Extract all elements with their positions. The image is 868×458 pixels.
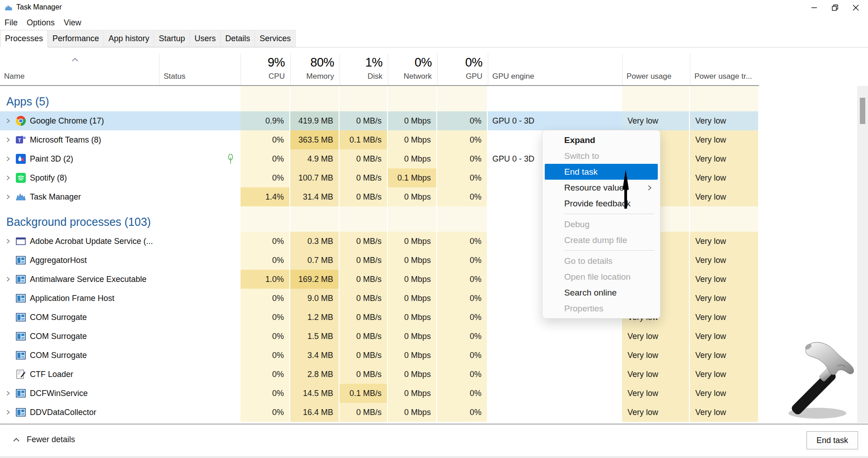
window-icon <box>15 255 26 266</box>
memory-value: 14.5 MB <box>290 384 340 403</box>
disk-value: 0 MB/s <box>340 111 388 130</box>
network-value: 0.1 Mbps <box>388 168 437 187</box>
process-group-header[interactable]: Apps (5) <box>0 86 759 111</box>
power-usage-trend-value: Very low <box>690 232 759 251</box>
expand-chevron-icon[interactable] <box>5 238 11 244</box>
menu-item-label: Search online <box>564 288 617 298</box>
context-menu-item-open-file-location: Open file location <box>545 269 658 285</box>
column-header-power-usage[interactable]: Power usage <box>622 53 690 85</box>
tab-app-history[interactable]: App history <box>104 30 154 47</box>
network-value: 0 Mbps <box>388 289 437 308</box>
network-value: 0 Mbps <box>388 403 437 422</box>
expand-chevron-icon[interactable] <box>5 137 11 143</box>
column-label: CPU <box>269 72 285 81</box>
menu-item-label: Create dump file <box>564 235 627 245</box>
tab-services[interactable]: Services <box>255 30 296 47</box>
end-task-button-label: End task <box>816 436 848 445</box>
expand-chevron-icon[interactable] <box>5 194 11 200</box>
context-menu-item-end-task[interactable]: End task <box>545 164 658 180</box>
cpu-value: 0% <box>241 130 290 149</box>
power-usage-trend-value: Very low <box>690 327 759 346</box>
expand-chevron-icon[interactable] <box>5 156 11 162</box>
power-usage-value: Very low <box>622 111 690 130</box>
expand-chevron-icon[interactable] <box>5 409 11 415</box>
end-task-button[interactable]: End task <box>807 431 858 449</box>
context-menu-item-go-to-details: Go to details <box>545 253 658 269</box>
memory-value: 169.2 MB <box>290 270 340 289</box>
cpu-value: 0% <box>241 168 290 187</box>
disk-value: 0 MB/s <box>340 346 388 365</box>
menu-item-label: Go to details <box>564 256 613 266</box>
tab-users[interactable]: Users <box>190 30 221 47</box>
column-header-network[interactable]: 0% Network <box>388 53 437 85</box>
disk-value: 0 MB/s <box>340 187 388 206</box>
vertical-scrollbar[interactable] <box>857 86 868 423</box>
tab-performance[interactable]: Performance <box>48 30 104 47</box>
network-value: 0 Mbps <box>388 308 437 327</box>
expand-chevron-icon[interactable] <box>5 390 11 396</box>
footer-bar: Fewer details End task <box>0 424 868 458</box>
gpu-value: 0% <box>437 111 488 130</box>
column-header-status[interactable]: Status <box>159 53 241 85</box>
gpu-engine-value <box>488 403 622 422</box>
column-header-cpu[interactable]: 9% CPU <box>241 53 290 85</box>
power-usage-trend-value: Very low <box>690 365 759 384</box>
context-menu-item-provide-feedback[interactable]: Provide feedback <box>545 196 658 211</box>
collapse-chevron-icon <box>13 435 20 444</box>
column-header-power-usage-trend[interactable]: Power usage tr... <box>690 53 759 85</box>
network-value: 0 Mbps <box>388 270 437 289</box>
context-menu-item-search-online[interactable]: Search online <box>545 285 658 301</box>
tab-details[interactable]: Details <box>221 30 255 47</box>
gpu-value: 0% <box>437 270 488 289</box>
power-usage-value: Very low <box>622 403 690 422</box>
cpu-value: 0% <box>241 149 290 168</box>
menu-item-label: Open file location <box>564 272 631 282</box>
column-header-name[interactable]: Name <box>0 53 159 85</box>
disk-value: 0 MB/s <box>340 251 388 270</box>
process-row[interactable]: COM Surrogate0%3.4 MB0 MB/s0 Mbps0%Very … <box>0 346 759 365</box>
column-header-disk[interactable]: 1% Disk <box>340 53 388 85</box>
tab-startup[interactable]: Startup <box>154 30 190 47</box>
process-row[interactable]: Google Chrome (17)0.9%419.9 MB0 MB/s0 Mb… <box>0 111 759 130</box>
expand-chevron-icon[interactable] <box>5 175 11 181</box>
menu-options[interactable]: Options <box>22 17 59 29</box>
expand-chevron-icon[interactable] <box>5 276 11 282</box>
window-icon <box>15 293 26 304</box>
expand-chevron-icon[interactable] <box>5 118 11 124</box>
context-menu-item-debug: Debug <box>545 216 658 232</box>
close-button[interactable] <box>845 0 866 15</box>
fewer-details-toggle[interactable]: Fewer details <box>13 435 75 444</box>
menu-view[interactable]: View <box>59 17 86 29</box>
process-row[interactable]: DDVDataCollector0%16.4 MB0 MB/s0 Mbps0%V… <box>0 403 759 422</box>
restore-button[interactable] <box>825 0 845 15</box>
power-usage-trend-value: Very low <box>690 384 759 403</box>
gpu-engine-value <box>488 346 622 365</box>
disk-value: 0 MB/s <box>340 232 388 251</box>
network-value: 0 Mbps <box>388 346 437 365</box>
column-label: Power usage <box>627 72 671 81</box>
power-usage-trend-value: Very low <box>690 187 759 206</box>
paint3d-icon <box>15 153 26 164</box>
memory-total-percent: 80% <box>310 56 334 70</box>
gpu-value: 0% <box>437 232 488 251</box>
tab-strip: ProcessesPerformanceApp historyStartupUs… <box>0 30 868 48</box>
tab-processes[interactable]: Processes <box>0 30 48 48</box>
process-row[interactable]: COM Surrogate0%1.5 MB0 MB/s0 Mbps0%Very … <box>0 327 759 346</box>
ctf-icon <box>15 369 26 380</box>
gpu-value: 0% <box>437 384 488 403</box>
gpu-value: 0% <box>437 327 488 346</box>
column-label: Power usage tr... <box>694 72 752 81</box>
taskmgr-icon <box>15 191 26 202</box>
menu-file[interactable]: File <box>0 17 22 29</box>
column-header-gpu-engine[interactable]: GPU engine <box>488 53 622 85</box>
process-row[interactable]: DCFWinService0%14.5 MB0.1 MB/s0 Mbps0%Ve… <box>0 384 759 403</box>
minimize-button[interactable] <box>804 0 825 15</box>
menu-separator <box>564 214 655 214</box>
column-header-gpu[interactable]: 0% GPU <box>437 53 488 85</box>
scrollbar-thumb[interactable] <box>860 98 865 124</box>
context-menu-item-expand[interactable]: Expand <box>545 132 658 148</box>
column-header-memory[interactable]: 80% Memory <box>290 53 340 85</box>
process-row[interactable]: CTF Loader0%2.8 MB0 MB/s0 Mbps0%Very low… <box>0 365 759 384</box>
context-menu-item-resource-values[interactable]: Resource values <box>545 180 658 196</box>
power-usage-trend-value: Very low <box>690 270 759 289</box>
